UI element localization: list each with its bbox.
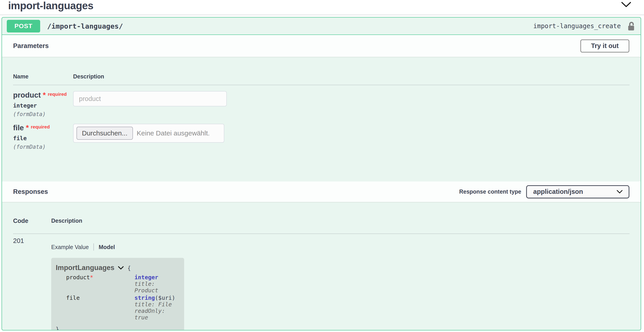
opblock-post: POST /import-languages/ import-languages… <box>2 17 641 331</box>
model-tabs: Example Value Model <box>51 243 184 251</box>
operation-id: import-languages_create <box>533 22 621 30</box>
required-label: required <box>31 124 50 129</box>
param-label: file*required file (formData) <box>13 124 73 150</box>
responses-body: Code Description 201 Example Value Model… <box>2 202 640 331</box>
parameters-title: Parameters <box>13 42 49 50</box>
property-extra: readOnly: true <box>134 308 180 321</box>
chevron-down-icon[interactable] <box>621 1 631 8</box>
table-divider <box>13 233 630 234</box>
parameters-table-header: Name Description <box>13 73 630 80</box>
response-code: 201 <box>13 237 51 331</box>
property-name: file <box>66 295 134 321</box>
method-badge: POST <box>7 20 40 32</box>
tab-model[interactable]: Model <box>98 244 115 250</box>
operation-summary[interactable]: POST /import-languages/ import-languages… <box>2 17 640 35</box>
required-asterisk: * <box>90 274 93 281</box>
model-property-product: product* integer title: Product <box>56 274 180 294</box>
response-description: Example Value Model ImportLanguages <box>51 237 184 331</box>
parameters-section-header: Parameters Try it out <box>2 35 640 57</box>
required-asterisk: * <box>26 124 29 132</box>
description-column-header: Description <box>73 73 104 80</box>
description-column-header: Description <box>51 217 82 224</box>
responses-table-header: Code Description <box>13 217 630 224</box>
swagger-page: import-languages POST /import-languages/… <box>0 0 644 331</box>
param-type: file <box>13 135 73 142</box>
close-brace: } <box>56 326 180 331</box>
required-label: required <box>48 92 67 97</box>
unlock-icon[interactable] <box>627 21 635 31</box>
model-property-file: file string($uri) title: File readOnly: … <box>56 295 180 321</box>
tag-header: import-languages <box>0 0 644 15</box>
table-divider <box>13 85 630 85</box>
param-row-file: file*required file (formData) Durchsuche… <box>13 124 630 150</box>
code-column-header: Code <box>13 217 51 224</box>
responses-title: Responses <box>13 188 48 195</box>
property-extra: title: File <box>134 301 180 308</box>
response-content-type-control: Response content type application/json <box>459 185 629 198</box>
tab-separator <box>94 243 94 251</box>
response-content-type-label: Response content type <box>459 188 521 195</box>
param-field <box>73 91 227 117</box>
param-location: (formData) <box>13 111 73 117</box>
property-detail: string($uri) title: File readOnly: true <box>134 295 180 321</box>
param-type: integer <box>13 102 73 109</box>
file-status-text: Keine Datei ausgewählt. <box>137 129 210 137</box>
responses-section-header: Responses Response content type applicat… <box>2 181 640 202</box>
parameters-body: Name Description product*required intege… <box>2 57 640 181</box>
tag-title: import-languages <box>8 0 94 11</box>
operation-path: /import-languages/ <box>47 22 123 30</box>
param-location: (formData) <box>13 144 73 150</box>
property-extra: title: Product <box>134 281 180 294</box>
param-row-product: product*required integer (formData) <box>13 91 630 117</box>
property-type: string <box>134 295 155 301</box>
model-box: ImportLanguages { product* inte <box>51 258 184 331</box>
param-name: product*required <box>13 91 73 99</box>
name-column-header: Name <box>13 73 73 80</box>
property-format: ($uri) <box>155 295 175 301</box>
chevron-down-icon[interactable] <box>118 266 124 270</box>
property-type: integer <box>134 274 158 281</box>
param-field: Durchsuchen... Keine Datei ausgewählt. <box>73 124 224 150</box>
response-content-type-select[interactable]: application/json <box>526 185 629 198</box>
file-input[interactable]: Durchsuchen... Keine Datei ausgewählt. <box>73 124 224 143</box>
model-title: ImportLanguages <box>56 264 114 272</box>
property-detail: integer title: Product <box>134 274 180 294</box>
model-title-row: ImportLanguages { <box>56 264 180 272</box>
required-asterisk: * <box>43 91 46 99</box>
product-input[interactable] <box>73 91 227 106</box>
param-name: file*required <box>13 124 73 132</box>
tab-example-value[interactable]: Example Value <box>51 244 89 250</box>
response-row-201: 201 Example Value Model ImportLanguages <box>13 237 630 331</box>
browse-button[interactable]: Durchsuchen... <box>76 127 133 140</box>
open-brace: { <box>128 265 131 271</box>
selected-content-type: application/json <box>533 188 583 195</box>
try-it-out-button[interactable]: Try it out <box>580 39 629 52</box>
chevron-down-icon <box>616 190 623 194</box>
property-name: product* <box>66 274 134 294</box>
param-label: product*required integer (formData) <box>13 91 73 117</box>
